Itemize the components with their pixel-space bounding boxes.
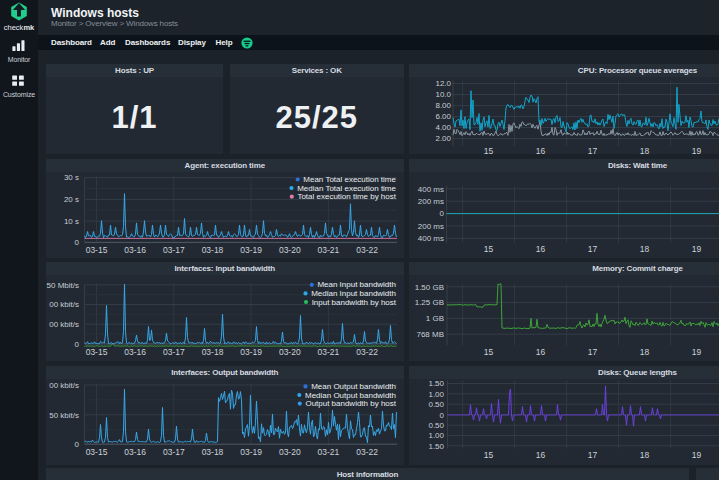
svg-text:30 s: 30 s — [64, 173, 79, 182]
svg-text:03-18: 03-18 — [202, 245, 224, 255]
svg-text:8.00: 8.00 — [435, 101, 451, 110]
svg-text:19: 19 — [691, 244, 701, 254]
svg-text:400 ms: 400 ms — [417, 184, 443, 193]
svg-text:200 ms: 200 ms — [417, 197, 443, 206]
svg-text:Total execution time by host: Total execution time by host — [297, 192, 396, 201]
svg-text:00 kbit/s: 00 kbit/s — [49, 300, 79, 309]
svg-text:03-20: 03-20 — [279, 245, 301, 255]
svg-text:18: 18 — [639, 244, 649, 254]
svg-text:768 MB: 768 MB — [416, 330, 444, 339]
svg-text:03-20: 03-20 — [279, 447, 301, 457]
svg-text:03-15: 03-15 — [86, 447, 108, 457]
svg-text:18: 18 — [639, 146, 649, 154]
svg-text:12.0: 12.0 — [435, 79, 451, 88]
svg-text:03-19: 03-19 — [240, 347, 262, 357]
svg-text:03-17: 03-17 — [163, 245, 185, 255]
svg-text:03-21: 03-21 — [318, 245, 340, 255]
svg-text:03-18: 03-18 — [202, 347, 224, 357]
svg-text:00 kbit/s: 00 kbit/s — [49, 320, 79, 329]
svg-text:0: 0 — [75, 340, 80, 349]
svg-text:16: 16 — [535, 450, 545, 460]
svg-text:1 GB: 1 GB — [425, 314, 443, 323]
svg-text:0: 0 — [439, 411, 444, 420]
svg-text:6.00: 6.00 — [435, 112, 451, 121]
svg-text:17: 17 — [587, 244, 597, 254]
svg-text:17: 17 — [587, 450, 597, 460]
svg-text:0.50: 0.50 — [428, 400, 444, 409]
svg-text:2.00: 2.00 — [435, 134, 451, 143]
svg-text:00 kbit/s: 00 kbit/s — [49, 381, 79, 390]
svg-text:16: 16 — [535, 146, 545, 154]
svg-text:03-19: 03-19 — [240, 245, 262, 255]
svg-text:Input bandwidth by host: Input bandwidth by host — [312, 298, 397, 307]
svg-text:03-17: 03-17 — [163, 347, 185, 357]
svg-text:0: 0 — [439, 209, 444, 218]
svg-text:1.00: 1.00 — [428, 390, 444, 399]
svg-text:15: 15 — [483, 146, 493, 154]
svg-text:15: 15 — [483, 450, 493, 460]
svg-text:10 s: 10 s — [64, 216, 79, 225]
svg-text:10.0: 10.0 — [435, 90, 451, 99]
svg-text:03-16: 03-16 — [124, 245, 146, 255]
svg-text:4.00: 4.00 — [435, 123, 451, 132]
svg-text:03-22: 03-22 — [356, 347, 378, 357]
svg-text:03-17: 03-17 — [163, 447, 185, 457]
svg-text:1.50 GB: 1.50 GB — [414, 283, 443, 292]
svg-text:19: 19 — [691, 450, 701, 460]
svg-text:03-22: 03-22 — [356, 447, 378, 457]
svg-text:1.25 GB: 1.25 GB — [414, 299, 443, 308]
svg-text:400 ms: 400 ms — [417, 234, 443, 243]
svg-text:19: 19 — [691, 146, 701, 154]
svg-text:20 s: 20 s — [64, 195, 79, 204]
svg-text:18: 18 — [639, 450, 649, 460]
svg-text:17: 17 — [587, 146, 597, 154]
svg-text:0: 0 — [75, 238, 80, 247]
svg-text:1.50: 1.50 — [428, 442, 444, 451]
svg-text:03-15: 03-15 — [86, 245, 108, 255]
svg-text:15: 15 — [483, 347, 493, 357]
svg-text:03-16: 03-16 — [124, 347, 146, 357]
svg-text:0: 0 — [75, 440, 80, 449]
svg-text:03-19: 03-19 — [240, 447, 262, 457]
svg-text:15: 15 — [483, 244, 493, 254]
svg-text:03-21: 03-21 — [318, 347, 340, 357]
svg-text:03-18: 03-18 — [202, 447, 224, 457]
svg-text:200 ms: 200 ms — [417, 221, 443, 230]
svg-text:19: 19 — [691, 347, 701, 357]
svg-text:50 kbit/s: 50 kbit/s — [49, 411, 79, 420]
svg-text:Output bandwidth by host: Output bandwidth by host — [305, 399, 396, 408]
svg-text:0.50: 0.50 — [428, 421, 444, 430]
svg-text:03-15: 03-15 — [86, 347, 108, 357]
svg-text:16: 16 — [535, 347, 545, 357]
svg-text:1.00: 1.00 — [428, 431, 444, 440]
svg-text:03-21: 03-21 — [318, 447, 340, 457]
svg-text:03-22: 03-22 — [356, 245, 378, 255]
svg-text:1.50: 1.50 — [428, 379, 444, 388]
svg-text:17: 17 — [587, 347, 597, 357]
svg-text:03-16: 03-16 — [124, 447, 146, 457]
svg-text:03-20: 03-20 — [279, 347, 301, 357]
svg-text:18: 18 — [639, 347, 649, 357]
svg-text:50 Mbit/s: 50 Mbit/s — [47, 281, 79, 290]
svg-text:16: 16 — [535, 244, 545, 254]
